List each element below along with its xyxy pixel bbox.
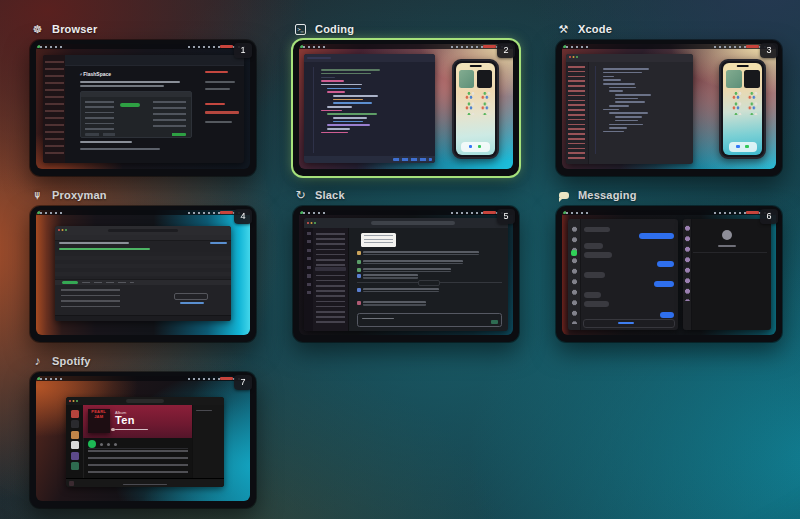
workspace-header-messaging: Messaging <box>557 187 782 203</box>
workspace-header-slack: Slack <box>294 187 519 203</box>
workspace-number-badge: 1 <box>234 43 252 58</box>
code-snippet-preview <box>361 233 396 248</box>
messages-window <box>568 219 677 330</box>
desktop-preview-xcode <box>562 44 776 169</box>
workspace-label-messaging: Messaging <box>578 189 637 201</box>
workspace-number-badge: 3 <box>760 43 778 58</box>
chat-bubble-icon <box>557 189 570 202</box>
workspace-thumbnail-coding[interactable]: 2 <box>293 40 519 176</box>
workspace-card-messaging: Messaging 6 <box>556 187 782 342</box>
desktop-preview-slack <box>299 210 513 335</box>
code-lines <box>595 66 687 154</box>
xcode-window <box>566 54 692 164</box>
slack-search-bar <box>304 218 507 228</box>
request-table <box>55 252 231 277</box>
desktop-preview-coding <box>299 44 513 169</box>
artist-line <box>115 429 148 431</box>
detail-tabs <box>55 279 231 286</box>
workspace-rail <box>304 228 313 330</box>
page-title: FlashSpace <box>80 71 112 77</box>
embedded-app-screenshot <box>80 91 192 138</box>
player-bar <box>66 478 224 487</box>
workspace-number-badge: 4 <box>234 209 252 224</box>
map-widget <box>726 70 742 87</box>
workspace-label-slack: Slack <box>315 189 345 201</box>
desktop-preview-browser: FlashSpace <box>36 44 250 169</box>
dock <box>461 142 489 152</box>
terminal-icon <box>294 23 307 36</box>
album-view: PEARL JAM Album Ten <box>83 405 192 479</box>
menu-bar <box>36 210 250 215</box>
app-icon-grid <box>726 92 759 116</box>
code-editor-window <box>304 54 435 163</box>
green-button <box>120 103 140 107</box>
spotify-window: PEARL JAM Album Ten <box>66 397 224 487</box>
album-art: PEARL JAM <box>88 409 110 433</box>
spotify-right-panel <box>192 405 225 479</box>
workspace-thumbnail-messaging[interactable]: 6 <box>556 206 782 342</box>
browser-sidebar <box>43 55 65 163</box>
workspace-thumbnail-spotify[interactable]: 7 PEARL JAM Album Ten <box>30 372 256 508</box>
desktop-preview-messaging <box>562 210 776 335</box>
workspace-header-coding: Coding <box>294 21 519 37</box>
menu-bar <box>299 210 513 215</box>
workspace-label-proxyman: Proxyman <box>52 189 107 201</box>
code-lines <box>313 67 429 153</box>
workspace-thumbnail-xcode[interactable]: 3 <box>556 40 782 176</box>
menu-bar <box>562 44 776 49</box>
play-button <box>88 440 96 448</box>
workspace-card-spotify: Spotify 7 PEARL JAM Album Ten <box>30 353 256 508</box>
music-note-icon <box>31 355 44 368</box>
proxyman-logo-icon <box>31 189 44 202</box>
workspace-card-browser: Browser 1 FlashSpace <box>30 21 256 176</box>
outlined-button <box>174 293 208 301</box>
map-widget <box>459 70 475 87</box>
spotify-search-bar <box>66 397 224 405</box>
hammer-icon <box>557 23 570 36</box>
page-right-rail <box>205 71 239 154</box>
workspace-thumbnail-browser[interactable]: 1 FlashSpace <box>30 40 256 176</box>
compass-icon <box>31 23 44 36</box>
workspace-card-coding: Coding 2 <box>293 21 519 176</box>
dark-widget <box>744 70 760 87</box>
workspace-switcher-overlay: Browser 1 FlashSpace <box>30 21 782 508</box>
workspace-header-spotify: Spotify <box>31 353 256 369</box>
workspace-number-badge: 5 <box>497 209 515 224</box>
workspace-thumbnail-slack[interactable]: 5 <box>293 206 519 342</box>
workspace-number-badge: 2 <box>497 43 515 58</box>
menu-bar <box>36 44 250 49</box>
workspace-card-xcode: Xcode 3 <box>556 21 782 176</box>
workspace-label-xcode: Xcode <box>578 23 612 35</box>
workspace-card-slack: Slack 5 <box>293 187 519 342</box>
workspace-label-browser: Browser <box>52 23 97 35</box>
proxyman-window <box>55 226 231 321</box>
app-icon-grid <box>459 92 492 116</box>
contact-avatar-rail <box>683 219 692 330</box>
contact-window <box>683 219 771 330</box>
browser-toolbar <box>65 55 243 66</box>
iphone-simulator <box>452 59 499 159</box>
workspace-header-proxyman: Proxyman <box>31 187 256 203</box>
workspace-number-badge: 6 <box>760 209 778 224</box>
browser-window: FlashSpace <box>43 55 243 163</box>
channel-sidebar <box>313 228 349 330</box>
workspace-card-proxyman: Proxyman 4 <box>30 187 256 342</box>
conversation-list <box>568 219 581 330</box>
workspace-number-badge: 7 <box>234 375 252 390</box>
album-header: PEARL JAM Album Ten <box>83 405 192 437</box>
avatar <box>722 230 732 240</box>
request-details <box>61 289 121 310</box>
iphone-simulator <box>719 59 766 159</box>
selected-conversation <box>571 250 577 256</box>
workspace-label-spotify: Spotify <box>52 355 91 367</box>
workspace-thumbnail-proxyman[interactable]: 4 <box>30 206 256 342</box>
menu-bar <box>562 210 776 215</box>
circular-arrows-icon <box>294 189 307 202</box>
dock <box>729 142 757 152</box>
menu-bar <box>36 376 250 381</box>
track-list <box>88 450 189 477</box>
project-navigator <box>566 62 588 164</box>
menu-bar <box>299 44 513 49</box>
message-input <box>357 313 501 326</box>
workspace-label-coding: Coding <box>315 23 354 35</box>
